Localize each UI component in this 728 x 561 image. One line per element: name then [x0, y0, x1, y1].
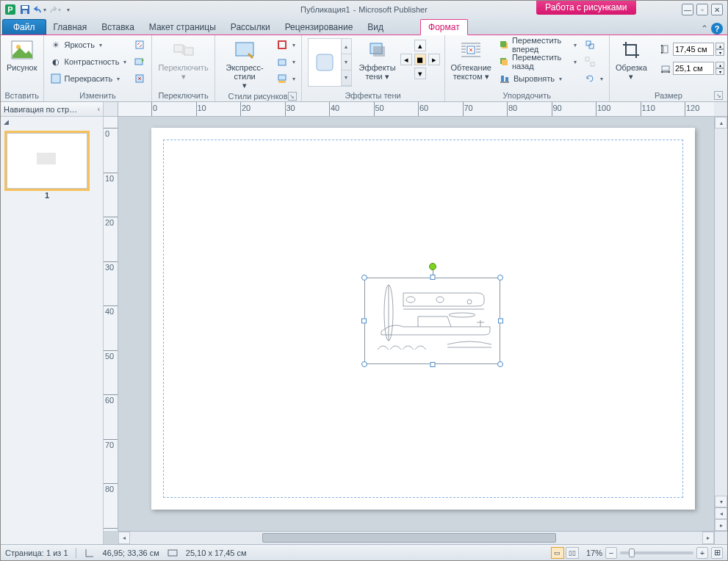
width-input[interactable]: [673, 62, 714, 75]
gallery-up-icon[interactable]: ▴: [342, 39, 351, 54]
picture-border-button[interactable]: [273, 37, 298, 53]
spinner-up-icon[interactable]: ▴: [716, 43, 724, 49]
gallery-down-icon[interactable]: ▾: [342, 54, 351, 70]
selected-picture[interactable]: [364, 278, 500, 364]
compress-pictures-button[interactable]: [131, 37, 148, 53]
group-button[interactable]: [581, 37, 606, 53]
resize-handle-e[interactable]: [498, 319, 503, 324]
resize-handle-s[interactable]: [430, 362, 435, 367]
nudge-up-icon[interactable]: ▴: [414, 40, 426, 51]
save-icon[interactable]: [18, 3, 32, 16]
scroll-left-icon[interactable]: ◂: [118, 532, 130, 544]
tab-page-layout[interactable]: Макет страницы: [142, 20, 223, 35]
quick-styles-button[interactable]: Экспресс-стили▾: [218, 37, 272, 91]
tab-file[interactable]: Файл: [2, 19, 46, 35]
bring-forward-button[interactable]: Переместить вперед: [496, 37, 580, 53]
minimize-button[interactable]: —: [682, 4, 693, 15]
canvas[interactable]: [118, 117, 714, 531]
svg-rect-14: [278, 41, 286, 48]
help-icon[interactable]: ?: [711, 23, 723, 35]
resize-handle-sw[interactable]: [361, 361, 367, 367]
collapse-pane-icon[interactable]: ‹: [98, 105, 100, 113]
width-field[interactable]: ▴▾: [660, 60, 724, 76]
svg-point-41: [449, 313, 475, 317]
tab-insert[interactable]: Вставка: [94, 20, 142, 35]
spinner-down-icon[interactable]: ▾: [716, 49, 724, 56]
shadow-toggle-icon[interactable]: ◼: [414, 54, 426, 65]
zoom-out-button[interactable]: −: [605, 547, 617, 559]
tab-home[interactable]: Главная: [46, 20, 95, 35]
prev-page-icon[interactable]: ◂: [715, 507, 727, 519]
nudge-right-icon[interactable]: ▸: [428, 54, 440, 65]
brightness-button[interactable]: ☀Яркость: [47, 37, 130, 53]
next-page-icon[interactable]: ▸: [715, 519, 727, 531]
nudge-down-icon[interactable]: ▾: [414, 68, 426, 79]
status-page[interactable]: Страница: 1 из 1: [5, 549, 68, 557]
shadow-effects-button[interactable]: ▴▾▾: [305, 37, 355, 88]
insert-picture-button[interactable]: Рисунок: [4, 37, 40, 73]
page[interactable]: [151, 128, 695, 510]
wrap-text-button[interactable]: Обтекание текстом ▾: [448, 37, 494, 82]
navigation-header[interactable]: Навигация по стр… ‹: [1, 102, 103, 117]
redo-icon[interactable]: [48, 3, 61, 16]
view-single-button[interactable]: ▭: [551, 547, 564, 559]
dialog-launcher-icon[interactable]: ↘: [714, 91, 723, 100]
group-picture-styles: Экспресс-стили▾ Стили рисунков↘: [215, 35, 302, 101]
spinner-up-icon[interactable]: ▴: [716, 62, 724, 68]
zoom-slider[interactable]: [620, 551, 693, 554]
close-button[interactable]: ✕: [711, 4, 723, 15]
vertical-scrollbar[interactable]: ▴ ▾ ◂ ▸: [714, 117, 727, 531]
zoom-whole-page-button[interactable]: ⊞: [711, 547, 723, 559]
ungroup-button[interactable]: [581, 54, 606, 70]
tab-mailings[interactable]: Рассылки: [223, 20, 278, 35]
qat-customize-icon[interactable]: [62, 3, 70, 16]
resize-handle-ne[interactable]: [497, 275, 503, 280]
zoom-in-button[interactable]: +: [696, 547, 708, 559]
resize-handle-n[interactable]: [430, 275, 435, 280]
tab-review[interactable]: Рецензирование: [278, 20, 361, 35]
scroll-thumb[interactable]: [262, 533, 556, 543]
recolor-button[interactable]: Перекрасить: [47, 70, 130, 87]
shadow-effects-menu[interactable]: Эффекты тени ▾: [356, 37, 399, 82]
picture-shape-button[interactable]: [273, 54, 298, 70]
horizontal-scrollbar[interactable]: ◂ ▸: [118, 531, 714, 544]
view-two-page-button[interactable]: ▯▯: [566, 547, 579, 559]
nudge-left-icon[interactable]: ◂: [400, 54, 412, 65]
rotation-handle[interactable]: [429, 263, 436, 270]
tab-view[interactable]: Вид: [360, 20, 391, 35]
resize-handle-nw[interactable]: [361, 275, 367, 280]
horizontal-ruler[interactable]: 0102030405060708090100110120130: [118, 102, 714, 117]
send-backward-button[interactable]: Переместить назад: [496, 54, 580, 70]
align-button[interactable]: Выровнять: [496, 70, 580, 87]
shadow-gallery[interactable]: ▴▾▾: [308, 38, 352, 87]
undo-icon[interactable]: [33, 3, 46, 16]
spinner-down-icon[interactable]: ▾: [716, 68, 724, 75]
resize-handle-se[interactable]: [497, 361, 503, 367]
gallery-more-icon[interactable]: ▾: [342, 70, 351, 86]
ruler-corner[interactable]: [104, 102, 118, 117]
page-thumbnail[interactable]: 1: [7, 133, 87, 189]
height-field[interactable]: ▴▾: [660, 41, 724, 57]
scroll-up-icon[interactable]: ▴: [715, 117, 727, 129]
zoom-slider-handle[interactable]: [629, 549, 635, 557]
vertical-ruler[interactable]: 0102030405060708090: [104, 117, 118, 531]
caption-button[interactable]: [273, 70, 298, 87]
crop-button[interactable]: Обрезка▾: [613, 37, 650, 82]
maximize-button[interactable]: ▫: [696, 4, 708, 15]
status-bar: Страница: 1 из 1 46,95; 33,36 см 25,10 x…: [1, 544, 727, 560]
tab-format[interactable]: Формат: [420, 19, 468, 35]
rotate-button[interactable]: [581, 70, 606, 87]
scroll-down-icon[interactable]: ▾: [715, 496, 727, 507]
section-toggle-icon[interactable]: ◢: [1, 117, 103, 127]
edit-area: 0102030405060708090100110120130 01020304…: [104, 102, 727, 544]
scroll-right-icon[interactable]: ▸: [702, 532, 714, 544]
height-input[interactable]: [673, 43, 714, 56]
app-icon[interactable]: P: [4, 3, 17, 16]
reset-picture-button[interactable]: [131, 70, 148, 87]
resize-handle-w[interactable]: [361, 319, 367, 324]
contrast-button[interactable]: ◐Контрастность: [47, 54, 130, 70]
zoom-level[interactable]: 17%: [586, 549, 602, 557]
minimize-ribbon-icon[interactable]: ⌃: [701, 23, 708, 34]
dialog-launcher-icon[interactable]: ↘: [288, 92, 297, 101]
change-picture-button[interactable]: [131, 54, 148, 70]
